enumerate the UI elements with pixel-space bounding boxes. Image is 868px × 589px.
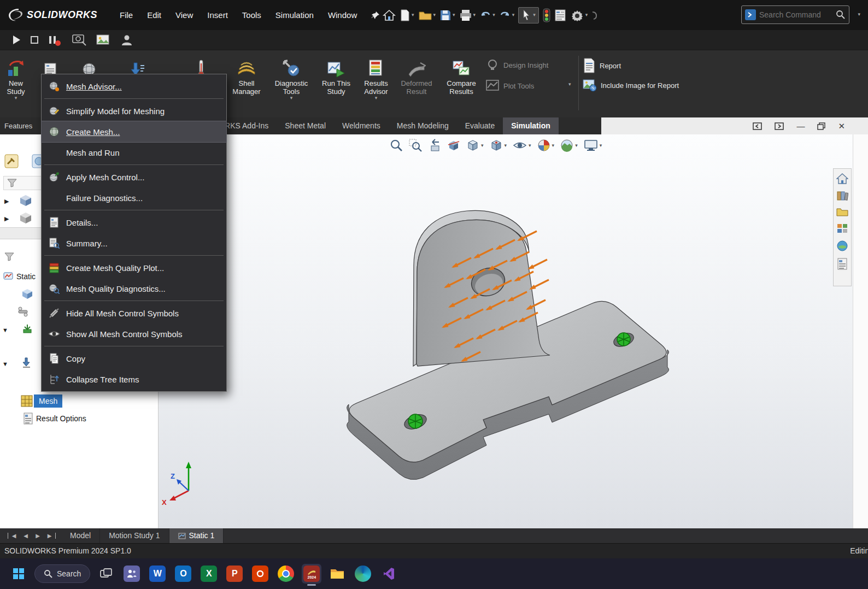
teams-icon[interactable] (122, 564, 142, 584)
design-library-icon[interactable] (836, 190, 848, 201)
menu-item-summary[interactable]: Summary... (42, 233, 226, 254)
tab-evaluate[interactable]: Evaluate (457, 117, 503, 134)
menu-item-collapse-tree-items[interactable]: Collapse Tree Items (42, 369, 226, 390)
part-node-icon[interactable] (22, 288, 33, 299)
zoom-to-fit-icon[interactable] (388, 138, 404, 153)
graphics-area[interactable]: X Z ▾ ▾ ▾ ▾ ▾ ▾ (159, 134, 868, 528)
3d-model[interactable]: X Z (159, 134, 868, 528)
menu-item-details[interactable]: Details... (42, 212, 226, 233)
diagnostic-tools-chevron[interactable]: ▾ (271, 96, 312, 101)
file-explorer-icon[interactable] (327, 564, 347, 584)
powerpoint-icon[interactable]: P (225, 564, 244, 584)
close-button[interactable]: ✕ (838, 122, 845, 130)
tab-sheet-metal[interactable]: Sheet Metal (277, 117, 334, 134)
tab-motion-study-1[interactable]: Motion Study 1 (100, 528, 169, 543)
mesh-tree-item[interactable]: Mesh (34, 394, 62, 408)
tab-static-1[interactable]: Static 1 (169, 528, 224, 543)
play-button[interactable] (12, 35, 21, 45)
menu-item-simplify-model[interactable]: Simplify Model for Meshing (42, 101, 226, 121)
word-icon[interactable]: W (148, 564, 167, 584)
excel-icon[interactable]: X (199, 564, 219, 584)
menu-item-copy[interactable]: Copy (42, 348, 226, 369)
shell-manager-button[interactable]: Shell Manager (226, 55, 267, 96)
task-view-button[interactable] (96, 564, 116, 584)
tree-node-icon[interactable] (20, 212, 32, 224)
section-view-icon[interactable] (445, 138, 462, 153)
menu-item-show-all-mesh-control-symbols[interactable]: Show All Mesh Control Symbols (42, 323, 226, 344)
solidworks-taskbar-icon[interactable]: 2024 (302, 564, 321, 584)
stop-button[interactable] (31, 36, 38, 44)
study-icon[interactable] (3, 271, 13, 281)
pause-record-button[interactable] (48, 36, 57, 44)
result-options-tree-item[interactable]: Result Options (36, 414, 86, 423)
tree-node-icon[interactable] (20, 195, 32, 207)
menu-window[interactable]: Window (321, 0, 364, 30)
minimize-button[interactable]: — (796, 122, 805, 130)
new-study-chevron[interactable]: ▾ (0, 96, 32, 101)
menu-item-create-mesh-quality-plot[interactable]: Create Mesh Quality Plot... (42, 257, 226, 278)
tree-expand-arrow[interactable]: ▶ (4, 215, 9, 222)
outlook-icon[interactable]: O (173, 564, 193, 584)
panel-tool-icon[interactable] (4, 154, 19, 168)
menu-item-mesh-and-run[interactable]: Mesh and Run (42, 142, 226, 163)
restore-button[interactable] (817, 122, 825, 130)
menu-item-apply-mesh-control[interactable]: Apply Mesh Control... (42, 167, 226, 187)
command-search[interactable] (741, 5, 849, 24)
menu-edit[interactable]: Edit (140, 0, 168, 30)
new-document-button[interactable]: ▾ (400, 9, 414, 22)
results-advisor-chevron[interactable]: ▾ (355, 96, 397, 101)
fixtures-node-icon[interactable] (22, 323, 33, 334)
featuremanager-tab-label[interactable]: Features (4, 117, 32, 134)
menu-item-mesh-quality-diagnostics[interactable]: Mesh Quality Diagnostics... (42, 278, 226, 299)
view-palette-icon[interactable] (836, 223, 848, 234)
collapsed-task-pane[interactable] (853, 134, 868, 528)
menu-tools[interactable]: Tools (235, 0, 268, 30)
home-tab-icon[interactable] (836, 173, 848, 184)
start-button[interactable] (9, 564, 28, 584)
display-style-button[interactable]: ▾ (465, 138, 485, 153)
image-capture-icon[interactable] (96, 34, 110, 46)
results-advisor-button[interactable]: Results Advisor ▾ (355, 55, 397, 101)
external-loads-node-icon[interactable] (22, 357, 33, 368)
app-icon-red[interactable] (250, 564, 270, 584)
view-orientation-button[interactable]: ▾ (488, 138, 509, 153)
report-button[interactable]: Report (583, 58, 621, 73)
file-explorer-tab-icon[interactable] (836, 207, 848, 217)
edit-appearance-button[interactable]: ▾ (536, 138, 556, 153)
search-input[interactable] (759, 10, 832, 19)
view-settings-button[interactable]: ▾ (582, 138, 604, 153)
previous-view-icon[interactable] (426, 138, 443, 153)
tab-simulation[interactable]: Simulation (503, 117, 559, 134)
new-study-button[interactable]: New Study ▾ (0, 55, 32, 101)
appearances-scenes-icon[interactable] (836, 240, 848, 252)
edge-icon[interactable] (353, 564, 373, 584)
next-tab-button[interactable]: ▶ (32, 533, 44, 539)
select-tool-button[interactable]: ▾ (518, 7, 539, 23)
tab-model[interactable]: Model (61, 528, 100, 543)
run-this-study-button[interactable]: Run This Study (315, 55, 357, 96)
undo-button[interactable]: ▾ (479, 10, 495, 21)
save-button[interactable]: ▾ (439, 9, 455, 21)
search-icon[interactable] (836, 10, 846, 20)
diagnostic-tools-button[interactable]: Diagnostic Tools ▾ (271, 55, 312, 101)
user-session-icon[interactable] (120, 33, 133, 46)
apply-scene-button[interactable]: ▾ (559, 138, 579, 153)
menu-insert[interactable]: Insert (200, 0, 235, 30)
custom-properties-icon[interactable] (837, 258, 848, 270)
study-tree-root-label[interactable]: Static (16, 272, 36, 281)
tab-weldments[interactable]: Weldments (334, 117, 389, 134)
tree-collapse-arrow[interactable]: ▼ (2, 327, 8, 333)
include-image-for-report-button[interactable]: Include Image for Report (583, 79, 679, 92)
menu-view[interactable]: View (168, 0, 200, 30)
compare-results-button[interactable]: Compare Results (441, 55, 482, 96)
traffic-light-status-icon[interactable] (543, 8, 550, 22)
chrome-icon[interactable] (276, 564, 296, 584)
next-pane-icon[interactable] (775, 122, 784, 130)
menu-item-failure-diagnostics[interactable]: Failure Diagnostics... (42, 187, 226, 208)
filter-funnel-icon[interactable] (4, 252, 14, 261)
tree-collapse-arrow[interactable]: ▼ (2, 361, 8, 367)
connections-node-icon[interactable] (17, 306, 28, 317)
menu-simulation[interactable]: Simulation (268, 0, 321, 30)
menu-item-mesh-advisor[interactable]: Mesh Advisor... (42, 76, 226, 97)
task-pane-toggle-icon[interactable] (554, 9, 566, 22)
